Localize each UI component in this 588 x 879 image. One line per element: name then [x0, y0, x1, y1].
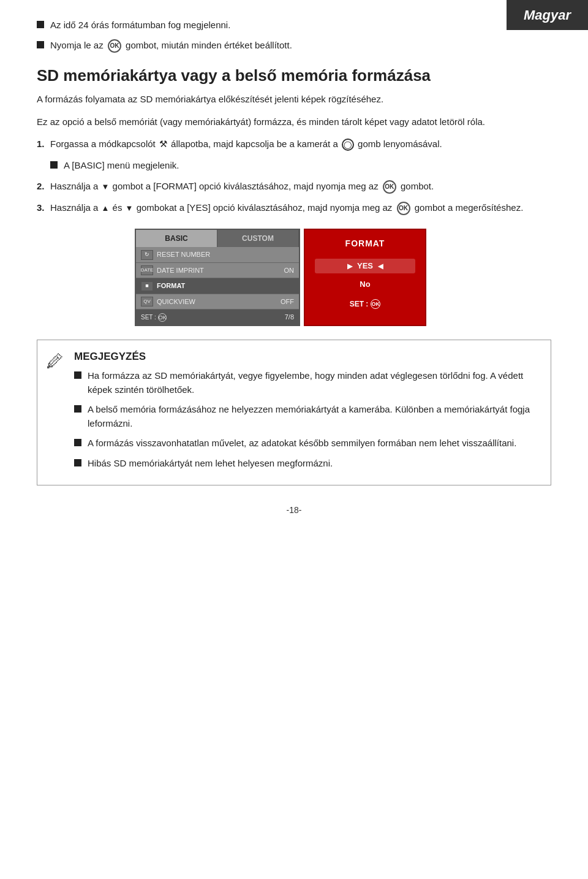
quickview-label: QUICKVIEW [157, 297, 277, 307]
step-2: 2. Használja a ▼ gombot a [FORMAT] opció… [37, 180, 551, 194]
step-3: 3. Használja a ▲ és ▼ gombokat a [YES] o… [37, 201, 551, 215]
menu-tab-custom: CUSTOM [217, 230, 299, 247]
reset-icon: ↻ [141, 250, 153, 260]
format-yes-option: ▶ YES ◀ [315, 259, 415, 273]
page-number: -18- [287, 505, 302, 515]
step-1-num: 1. [37, 137, 50, 151]
date-label: DATE IMPRINT [157, 265, 281, 276]
ok-circle-format-icon: OK [371, 299, 380, 309]
note-bullet-4-text: Hibás SD memóriakártyát nem lehet helyes… [88, 457, 333, 471]
note-box: 🖉 MEGJEGYZÉS Ha formázza az SD memóriaká… [37, 340, 551, 486]
arrow-left-icon: ▶ [347, 261, 352, 272]
note-bullet-3-text: A formázás visszavonhatatlan művelet, az… [88, 436, 516, 451]
format-no-label: No [360, 278, 370, 291]
step-1-bullet-text: A [BASIC] menü megjelenik. [64, 159, 179, 173]
date-value: ON [284, 265, 295, 276]
bullet-icon [37, 41, 44, 48]
format-set-label: SET : [350, 299, 369, 310]
top-bullet-2: Nyomja le az OK gombot, miután minden ér… [37, 39, 551, 53]
section-body1: Ez az opció a belső memóriát (vagy memór… [37, 115, 551, 129]
ok-button-inline-2: OK [383, 180, 396, 194]
power-icon: ◯ [342, 139, 354, 151]
format-dialog: FORMAT ▶ YES ◀ No SET : OK [304, 229, 426, 326]
step-2-num: 2. [37, 180, 50, 194]
step-1-bullet: A [BASIC] menü megjelenik. [50, 159, 551, 173]
step-1-text: Forgassa a módkapcsolót ⚒ állapotba, maj… [50, 137, 442, 151]
menu-footer: SET : OK 7/8 [136, 310, 299, 325]
note-bullet-2: A belső memória formázásához ne helyezze… [74, 403, 541, 430]
menu-tab-basic: BASIC [136, 230, 217, 247]
page-footer: -18- [37, 504, 551, 517]
format-yes-label: YES [357, 260, 373, 272]
note-bullet-1: Ha formázza az SD memóriakártyát, vegye … [74, 369, 541, 397]
arrow-right-icon: ◀ [378, 261, 383, 272]
menu-row-date: DATE DATE IMPRINT ON [136, 263, 299, 279]
ok-circle-small: OK [158, 313, 167, 322]
menu-row-quickview: QV QUICKVIEW OFF [136, 294, 299, 310]
triangle-down-icon-2: ▼ [126, 202, 134, 215]
menu-row-reset: ↻ RESET NUMBER [136, 247, 299, 263]
date-icon: DATE [141, 265, 153, 275]
note-icon: 🖉 [46, 349, 63, 375]
menu-tabs: BASIC CUSTOM [136, 230, 299, 247]
set-button-small: SET : OK [141, 313, 167, 322]
menu-panel: BASIC CUSTOM ↻ RESET NUMBER DATE DATE IM… [135, 229, 300, 326]
section-title: SD memóriakártya vagy a belső memória fo… [37, 64, 551, 88]
quickview-icon: QV [141, 297, 153, 306]
triangle-up-icon: ▲ [102, 202, 110, 215]
screenshot-area: BASIC CUSTOM ↻ RESET NUMBER DATE DATE IM… [135, 229, 453, 326]
bullet-icon [74, 405, 81, 413]
step-3-text: Használja a ▲ és ▼ gombokat a [YES] opci… [50, 201, 523, 215]
format-label: FORMAT [157, 281, 290, 291]
format-dialog-title: FORMAT [345, 237, 385, 250]
triangle-down-icon: ▼ [102, 181, 110, 193]
format-set-button: SET : OK [350, 299, 381, 310]
ok-button-inline-3: OK [397, 202, 410, 215]
top-bullets-section: Az idő 24 órás formátumban fog megjelenn… [37, 18, 551, 53]
top-bullet-1-text: Az idő 24 órás formátumban fog megjelenn… [50, 18, 230, 32]
section-subtitle: A formázás folyamata az SD memóriakártya… [37, 93, 551, 107]
note-bullet-4: Hibás SD memóriakártyát nem lehet helyes… [74, 457, 541, 471]
note-bullet-3: A formázás visszavonhatatlan művelet, az… [74, 436, 541, 451]
bullet-icon [74, 459, 81, 466]
top-bullet-1: Az idő 24 órás formátumban fog megjelenn… [37, 18, 551, 32]
step-3-num: 3. [37, 201, 50, 215]
page-language-label: Magyar [507, 0, 588, 30]
bullet-icon [74, 439, 81, 446]
quickview-value: OFF [281, 297, 294, 307]
ok-button-inline: OK [108, 39, 121, 53]
bullet-icon [74, 371, 81, 379]
step-2-text: Használja a ▼ gombot a [FORMAT] opció ki… [50, 180, 434, 194]
format-no-option: No [315, 278, 415, 291]
menu-row-format: ■ FORMAT [136, 278, 299, 294]
note-bullet-1-text: Ha formázza az SD memóriakártyát, vegye … [88, 369, 541, 397]
bullet-icon [50, 161, 58, 169]
note-bullet-2-text: A belső memória formázásához ne helyezze… [88, 403, 541, 430]
note-title: MEGJEGYZÉS [74, 349, 541, 365]
page-indicator: 7/8 [285, 312, 294, 322]
mode-icon: ⚒ [159, 137, 167, 151]
format-icon: ■ [141, 281, 153, 291]
step-1: 1. Forgassa a módkapcsolót ⚒ állapotba, … [37, 137, 551, 151]
bullet-icon [37, 21, 44, 28]
reset-label: RESET NUMBER [157, 249, 290, 260]
top-bullet-2-text: Nyomja le az OK gombot, miután minden ér… [50, 39, 292, 53]
